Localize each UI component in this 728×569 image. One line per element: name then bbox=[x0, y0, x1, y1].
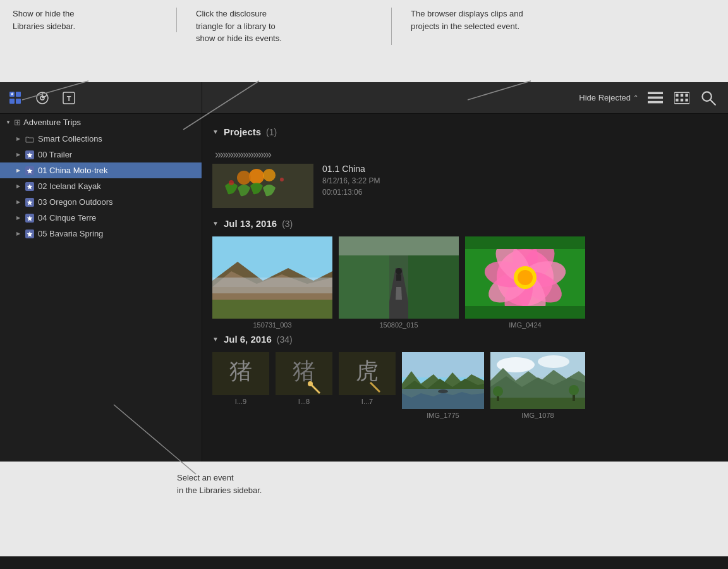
clip-thumbnail bbox=[490, 352, 585, 409]
clip-label: I...9 bbox=[235, 398, 246, 405]
svg-rect-54 bbox=[465, 236, 585, 249]
star-badge bbox=[25, 150, 34, 159]
svg-rect-2 bbox=[9, 99, 15, 104]
star-badge bbox=[25, 166, 34, 175]
svg-rect-9 bbox=[648, 92, 663, 94]
search-icon[interactable] bbox=[699, 89, 718, 107]
svg-rect-17 bbox=[681, 99, 683, 101]
clip-item-small-3[interactable]: 虎 I...7 bbox=[339, 352, 396, 419]
clip-label: IMG_0424 bbox=[509, 321, 541, 329]
svg-rect-10 bbox=[648, 96, 663, 99]
clip-item-small-2[interactable]: 猪 I...8 bbox=[276, 352, 332, 419]
clip-item-small-1[interactable]: 猪 I...9 bbox=[212, 352, 269, 419]
chevron-marks: »»»»»»»»»»» bbox=[215, 148, 270, 161]
clip-item-img1775[interactable]: IMG_1775 bbox=[402, 352, 484, 419]
svg-point-71 bbox=[438, 389, 448, 393]
svg-text:猪: 猪 bbox=[229, 358, 252, 384]
clip-thumbnail: 虎 bbox=[339, 352, 396, 395]
jul6-count: (34) bbox=[277, 334, 293, 345]
sidebar-item-smart-collections[interactable]: ▶ Smart Collections bbox=[0, 131, 202, 147]
jul13-count: (3) bbox=[282, 219, 293, 229]
sidebar-library-adventure-trips[interactable]: ▼ ⊞ Adventure Trips bbox=[0, 114, 202, 131]
svg-marker-35 bbox=[396, 287, 402, 300]
toolbar-right: Hide Rejected ⌃ bbox=[202, 89, 728, 107]
jul13-section-header: ▼ Jul 13, 2016 (3) bbox=[212, 218, 718, 229]
chevron-up-icon: ⌃ bbox=[633, 94, 638, 101]
clip-thumbnail bbox=[339, 236, 459, 319]
projects-title: Projects bbox=[224, 126, 261, 137]
sidebar-item-02-iceland[interactable]: ▶ 02 Iceland Kayak bbox=[0, 178, 202, 194]
svg-text:猪: 猪 bbox=[293, 358, 315, 384]
clip-thumbnail bbox=[402, 352, 484, 409]
item-triangle[interactable]: ▶ bbox=[15, 215, 21, 221]
list-view-icon[interactable] bbox=[646, 89, 665, 107]
svg-rect-66 bbox=[402, 352, 484, 377]
browser: ▼ Projects (1) »»»»»»»»»»» bbox=[202, 114, 728, 474]
clip-item-150802[interactable]: 150802_015 bbox=[339, 236, 459, 329]
item-triangle[interactable]: ▶ bbox=[15, 231, 21, 237]
svg-rect-3 bbox=[16, 99, 21, 104]
svg-rect-31 bbox=[212, 278, 332, 287]
star-badge bbox=[25, 198, 34, 207]
music-icon[interactable] bbox=[33, 89, 52, 107]
hide-rejected-label: Hide Rejected bbox=[579, 93, 631, 102]
libraries-icon[interactable]: ★ bbox=[6, 89, 25, 107]
project-item-china[interactable]: »»»»»»»»»»» bbox=[212, 145, 718, 208]
item-label: 01 China Moto-trek bbox=[38, 166, 108, 175]
jul6-triangle[interactable]: ▼ bbox=[212, 336, 219, 343]
item-triangle[interactable]: ▶ bbox=[15, 199, 21, 205]
sidebar-item-01-china[interactable]: ▶ 01 China Moto-trek bbox=[0, 162, 202, 178]
sidebar: ▼ ⊞ Adventure Trips ▶ Smart Collections … bbox=[0, 114, 202, 474]
project-date: 8/12/16, 3:22 PM bbox=[322, 176, 380, 185]
sidebar-item-05-bavaria[interactable]: ▶ 05 Bavaria Spring bbox=[0, 226, 202, 242]
projects-triangle[interactable]: ▼ bbox=[212, 128, 219, 135]
clip-thumbnail bbox=[465, 236, 585, 319]
toolbar-left: ★ T bbox=[0, 82, 202, 113]
project-duration: 00:01:13:06 bbox=[322, 188, 380, 197]
folder-icon bbox=[25, 135, 34, 144]
jul6-clip-grid: 猪 I...9 猪 I...8 bbox=[212, 352, 718, 419]
svg-rect-18 bbox=[685, 99, 688, 101]
item-triangle[interactable]: ▶ bbox=[15, 168, 21, 174]
clip-label: 150802_015 bbox=[379, 321, 418, 329]
annotation-disclosure: Click the disclosuretriangle for a libra… bbox=[177, 8, 392, 45]
project-name: 01.1 China bbox=[322, 164, 380, 174]
sidebar-item-04-cinque[interactable]: ▶ 04 Cinque Terre bbox=[0, 210, 202, 226]
item-triangle[interactable]: ▶ bbox=[15, 152, 21, 158]
titles-icon[interactable]: T bbox=[59, 89, 78, 107]
clip-item-150731[interactable]: 150731_003 bbox=[212, 236, 332, 329]
bottom-annotation-text: Select an eventin the Libraries sidebar. bbox=[177, 472, 262, 496]
jul13-triangle[interactable]: ▼ bbox=[212, 220, 219, 227]
svg-rect-1 bbox=[16, 92, 21, 97]
star-badge bbox=[25, 214, 34, 223]
item-triangle[interactable]: ▶ bbox=[15, 136, 21, 142]
svg-point-61 bbox=[308, 381, 313, 386]
svg-text:虎: 虎 bbox=[356, 358, 379, 384]
item-label: 02 Iceland Kayak bbox=[38, 181, 101, 191]
chevron-overlay: »»»»»»»»»»» bbox=[212, 145, 313, 164]
svg-point-80 bbox=[493, 386, 503, 396]
library-disclosure-triangle[interactable]: ▼ bbox=[5, 119, 11, 126]
svg-rect-39 bbox=[396, 274, 401, 281]
svg-point-22 bbox=[263, 169, 276, 181]
sidebar-item-00-trailer[interactable]: ▶ 00 Trailer bbox=[0, 147, 202, 162]
clip-label: 150731_003 bbox=[253, 321, 291, 329]
svg-rect-13 bbox=[676, 94, 678, 96]
hide-rejected-button[interactable]: Hide Rejected ⌃ bbox=[579, 93, 638, 102]
project-image bbox=[212, 164, 313, 208]
svg-rect-15 bbox=[685, 94, 688, 96]
svg-point-38 bbox=[396, 268, 402, 274]
projects-section-header: ▼ Projects (1) bbox=[212, 126, 718, 137]
jul6-title: Jul 6, 2016 bbox=[224, 334, 272, 345]
sidebar-item-03-oregon[interactable]: ▶ 03 Oregon Outdoors bbox=[0, 194, 202, 210]
item-label: 04 Cinque Terre bbox=[38, 213, 96, 223]
filmstrip-icon[interactable] bbox=[672, 89, 691, 107]
item-triangle[interactable]: ▶ bbox=[15, 183, 21, 190]
svg-text:T: T bbox=[67, 95, 71, 102]
clip-item-img0424[interactable]: IMG_0424 bbox=[465, 236, 585, 329]
clip-thumbnail: 猪 bbox=[276, 352, 332, 395]
clip-item-img1078[interactable]: IMG_1078 bbox=[490, 352, 585, 419]
app-container: ★ T Hide Rejected ⌃ bbox=[0, 82, 728, 474]
svg-rect-78 bbox=[490, 398, 585, 409]
svg-point-19 bbox=[702, 92, 711, 101]
